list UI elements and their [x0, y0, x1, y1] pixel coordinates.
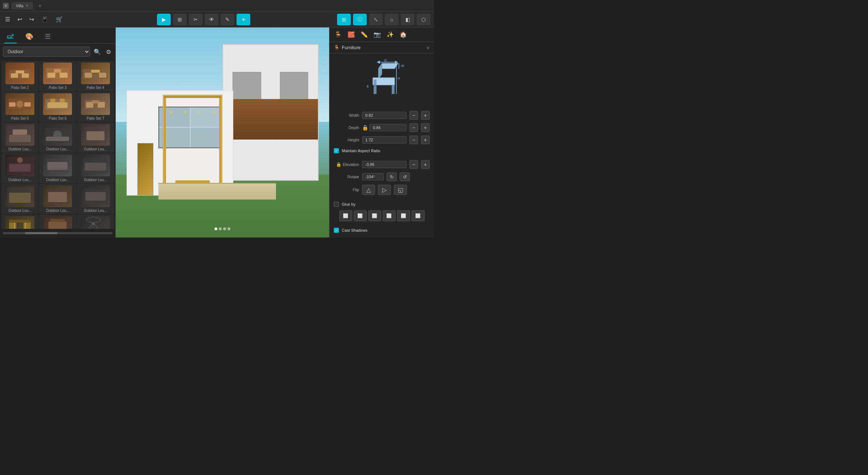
width-increase-button[interactable]: + [421, 111, 430, 120]
library-button[interactable]: ⊞ [337, 14, 351, 25]
scissors-tool-button[interactable]: ✂ [189, 14, 203, 25]
list-item[interactable]: Patio Set 3 [39, 61, 76, 91]
wall-button[interactable]: ◧ [401, 14, 414, 25]
tab-close[interactable]: ✕ [26, 4, 29, 8]
cube-bottom-button[interactable]: ⬜ [412, 210, 425, 221]
search-button[interactable]: 🔍 [92, 47, 102, 57]
list-item[interactable]: Outdoor Lou... [39, 123, 76, 153]
elevation-input[interactable] [362, 161, 407, 168]
flip-horizontal-button[interactable]: △ [362, 185, 375, 195]
list-item[interactable]: Outdoor Lou... [77, 184, 114, 214]
undo-button[interactable]: ↩ [16, 14, 24, 24]
tab-label: Villa [16, 4, 24, 8]
add-tab-button[interactable]: + [36, 1, 44, 10]
horizontal-scrollbar[interactable] [3, 232, 112, 234]
list-item[interactable]: Patio Set 2 [1, 61, 38, 91]
rotate-input[interactable] [362, 173, 384, 180]
svg-rect-44 [85, 192, 106, 201]
select-tool-button[interactable]: ▶ [157, 14, 171, 25]
collapse-button[interactable]: ∨ [426, 45, 430, 50]
svg-rect-52 [50, 219, 65, 222]
info-button[interactable]: ⓘ [353, 14, 367, 25]
asset-label: Patio Set 7 [86, 116, 104, 120]
phone-icon: 📱 [41, 16, 48, 23]
cast-shadows-checkbox[interactable]: ✓ [334, 228, 339, 233]
svg-rect-51 [48, 222, 67, 229]
cart-button[interactable]: 🛒 [54, 14, 64, 24]
panel-camera-btn[interactable]: 📷 [371, 30, 383, 39]
svg-rect-5 [47, 73, 55, 78]
list-item[interactable]: Outdoor Lou... [39, 215, 76, 229]
depth-increase-button[interactable]: + [421, 123, 430, 132]
cube-right-button[interactable]: ⬜ [368, 210, 381, 221]
dot-2 [219, 227, 222, 230]
rotate-label: Rotate [334, 175, 359, 179]
pencil-tool-button[interactable]: ✎ [221, 14, 234, 25]
panel-furniture-btn[interactable]: 🪑 [332, 30, 344, 39]
height-increase-button[interactable]: + [421, 136, 430, 144]
depth-input[interactable] [370, 124, 407, 131]
sun-tool-button[interactable]: ☀ [237, 14, 250, 25]
list-item[interactable]: Outdoor Lou... [1, 153, 38, 183]
maintain-aspect-ratio-checkbox[interactable]: ✓ [334, 148, 339, 153]
asset-label: Patio Set 5 [11, 116, 29, 120]
width-input[interactable] [362, 112, 407, 119]
width-decrease-button[interactable]: − [409, 111, 418, 120]
cube-left-button[interactable]: ⬜ [383, 210, 396, 221]
phone-button[interactable]: 📱 [40, 14, 50, 24]
hamburger-button[interactable]: ☰ [4, 14, 12, 24]
svg-rect-31 [86, 131, 105, 140]
list-item[interactable]: Patio Set 7 [77, 92, 114, 122]
threed-button[interactable]: ⬡ [417, 14, 430, 25]
svg-rect-38 [85, 163, 106, 171]
svg-rect-29 [46, 137, 69, 141]
filter-button[interactable]: ⚙ [105, 47, 112, 57]
list-item[interactable]: Outdoor Lou... [39, 153, 76, 183]
svg-rect-18 [50, 99, 55, 102]
rotate-cw-button[interactable]: ↻ [387, 172, 397, 181]
elevation-increase-button[interactable]: + [421, 160, 430, 169]
flip-vertical-button[interactable]: ▷ [378, 185, 391, 195]
depth-decrease-button[interactable]: − [409, 123, 418, 132]
list-item[interactable]: Patio Set 6 [39, 92, 76, 122]
sidebar-tab-materials[interactable]: 🎨 [22, 30, 36, 43]
panel-light-btn[interactable]: ✨ [384, 30, 396, 39]
redo-button[interactable]: ↪ [28, 14, 35, 24]
category-select[interactable]: OutdoorIndoorGarden [3, 47, 90, 57]
height-decrease-button[interactable]: − [409, 136, 418, 144]
glue-by-checkbox[interactable] [334, 202, 339, 207]
svg-rect-40 [9, 193, 31, 203]
floor-button[interactable]: ⌂ [385, 14, 399, 25]
group-tool-button[interactable]: ⊞ [173, 14, 187, 25]
asset-label: Outdoor Lou... [84, 209, 107, 213]
list-item[interactable]: Outdoor Lou... [1, 215, 38, 229]
cube-top-button[interactable]: ⬜ [339, 210, 352, 221]
list-item[interactable]: Outdoor Lou... [1, 123, 38, 153]
sidebar-tab-furniture[interactable]: 🛋 [4, 31, 17, 43]
app-tab[interactable]: Villa ✕ [12, 2, 33, 9]
list-item[interactable]: Patio Set 5 [1, 92, 38, 122]
viewport[interactable] [116, 27, 329, 238]
eye-tool-button[interactable]: 👁 [205, 14, 218, 25]
cube-icon: ⬡ [421, 17, 426, 22]
panel-home-btn[interactable]: 🏠 [397, 30, 409, 39]
flip-diagonal-button[interactable]: ◱ [394, 185, 407, 195]
cube-back-button[interactable]: ⬜ [397, 210, 410, 221]
list-item[interactable]: Patio Set 4 [77, 61, 114, 91]
list-item[interactable]: Outdoor Lou... [1, 184, 38, 214]
list-item[interactable]: Outdoor Lou... [77, 123, 114, 153]
fit-button[interactable]: ⤡ [369, 14, 383, 25]
svg-rect-42 [48, 192, 67, 202]
list-item[interactable]: Outdoor Lou... [77, 153, 114, 183]
svg-text:D: D [384, 59, 387, 62]
sidebar-tab-list[interactable]: ☰ [42, 30, 54, 43]
height-input[interactable] [362, 136, 407, 144]
list-item[interactable]: Outdoor Lou... [39, 184, 76, 214]
panel-edit-btn[interactable]: ✏️ [358, 30, 370, 39]
rotate-ccw-button[interactable]: ↺ [400, 172, 410, 181]
list-item[interactable]: Outdoor Lou... [77, 215, 114, 229]
elevation-decrease-button[interactable]: − [409, 160, 418, 169]
panel-structure-btn[interactable]: 🧱 [345, 30, 357, 39]
panel-title: 🪑 Furniture [334, 45, 361, 50]
cube-front-button[interactable]: ⬜ [354, 210, 367, 221]
